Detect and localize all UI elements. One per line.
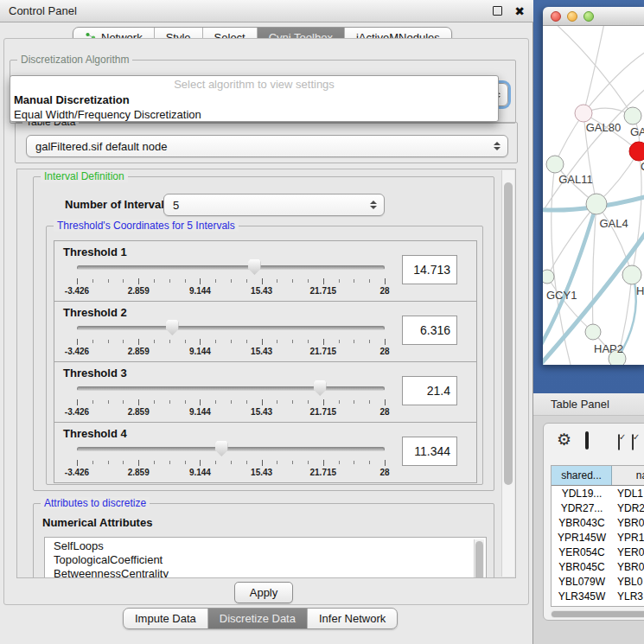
scrollbar-thumb[interactable] <box>504 182 513 485</box>
threshold-2-slider[interactable]: -3.4262.8599.14415.4321.71528 <box>77 319 385 359</box>
slider-track[interactable] <box>77 447 385 451</box>
control-panel: Control Panel ✖ Network Style Select Cyn… <box>0 0 533 644</box>
threshold-4-value-field[interactable]: 11.344 <box>402 437 457 466</box>
table-row[interactable]: YER054CYER0 <box>552 545 644 559</box>
slider-tick-labels: -3.4262.8599.14415.4321.71528 <box>77 347 385 357</box>
table-data-group: Table Data galFiltered.sif default node <box>15 122 518 163</box>
scrollbar-thumb[interactable] <box>475 541 483 578</box>
close-icon[interactable]: ✖ <box>514 5 525 17</box>
table-row[interactable]: YDR27...YDR2 <box>552 501 644 515</box>
table-row[interactable]: YBR045CYBR0 <box>552 559 644 574</box>
slider-ticks <box>77 339 385 345</box>
node-attribute-table[interactable]: shared... na YDL19...YDL1YDR27...YDR2YBR… <box>551 465 644 607</box>
table-cell[interactable]: YLR3 <box>612 589 644 603</box>
threshold-4-slider[interactable]: -3.4262.8599.14415.4321.71528 <box>77 440 385 480</box>
number-of-intervals-combobox[interactable]: 5 <box>163 194 385 216</box>
slider-tick-labels: -3.4262.8599.14415.4321.71528 <box>77 407 385 418</box>
gear-icon[interactable]: ⚙ <box>557 431 571 448</box>
dropdown-option-equal-width[interactable]: Equal Width/Frequency Discretization <box>10 107 498 122</box>
table-cell[interactable]: YBR0 <box>612 515 644 530</box>
table-cell[interactable]: YDR2 <box>612 501 644 515</box>
threshold-1-label: Threshold 1 <box>63 245 127 258</box>
slider-track[interactable] <box>77 386 385 391</box>
minimize-traffic-light-icon[interactable] <box>567 11 577 22</box>
column-header-name[interactable]: na <box>612 466 644 485</box>
threshold-1-value-field[interactable]: 14.713 <box>402 255 457 284</box>
slider-tick-label: -3.426 <box>65 347 89 356</box>
numerical-attributes-list[interactable]: SelfLoopsTopologicalCoefficientBetweenne… <box>44 537 487 578</box>
table-row[interactable]: YBR043CYBR0 <box>552 515 644 530</box>
threshold-2-value-field[interactable]: 6.316 <box>402 316 457 345</box>
slider-tick <box>108 279 109 283</box>
close-traffic-light-icon[interactable] <box>551 11 561 22</box>
table-cell[interactable]: YIL052C <box>552 603 612 607</box>
tab-infer-network[interactable]: Infer Network <box>308 609 397 628</box>
slider-tick-label: 21.715 <box>310 407 337 417</box>
table-cell[interactable]: YBL079W <box>552 574 612 589</box>
slider-thumb[interactable] <box>248 259 261 275</box>
table-cell[interactable]: YER054C <box>552 545 612 559</box>
attribute-list-item[interactable]: TopologicalCoefficient <box>54 553 486 567</box>
network-view-window[interactable]: GAL80 GA GAL11 GAL4 GCY1 H HAP2 C <box>543 7 644 365</box>
node-gcy1[interactable] <box>543 270 554 284</box>
table-cell[interactable]: YBR0 <box>612 559 644 574</box>
column-header-shared-name[interactable]: shared... <box>552 466 612 485</box>
network-canvas[interactable]: GAL80 GA GAL11 GAL4 GCY1 H HAP2 C <box>543 26 644 365</box>
slider-tick <box>246 340 247 343</box>
attributes-list-scrollbar[interactable] <box>474 539 484 578</box>
node-hap2[interactable] <box>585 324 601 340</box>
threshold-3-value-field[interactable]: 21.4 <box>402 376 457 405</box>
table-horizontal-scrollbar[interactable] <box>551 610 644 618</box>
slider-tick <box>385 399 386 405</box>
table-row[interactable]: YBL079WYBL0 <box>552 574 644 589</box>
split-panel-icon[interactable] <box>585 431 589 450</box>
table-data-combobox[interactable]: galFiltered.sif default node <box>26 135 508 157</box>
slider-tick <box>92 340 93 343</box>
node-green[interactable] <box>622 265 641 284</box>
slider-track[interactable] <box>77 326 385 330</box>
table-cell[interactable]: YBR045C <box>552 559 612 574</box>
select-column-checkbox-icon[interactable] <box>632 434 634 450</box>
select-column-checkbox-icon[interactable] <box>618 434 620 450</box>
table-cell[interactable]: YDL19... <box>552 486 612 501</box>
table-cell[interactable]: YPR145W <box>552 530 612 545</box>
table-row[interactable]: YLR345WYLR3 <box>552 589 644 603</box>
tab-impute-data[interactable]: Impute Data <box>124 609 208 628</box>
slider-thumb[interactable] <box>215 441 228 456</box>
slider-tick <box>231 400 232 404</box>
node-red-selected[interactable] <box>629 142 644 161</box>
table-row[interactable]: YDL19...YDL1 <box>552 486 644 501</box>
attribute-list-item[interactable]: BetweennessCentrality <box>54 567 486 578</box>
table-row[interactable]: YPR145WYPR1 <box>552 530 644 545</box>
slider-thumb[interactable] <box>166 320 179 335</box>
dropdown-option-manual[interactable]: Manual Discretization <box>10 92 498 107</box>
table-cell[interactable]: YDL1 <box>612 486 644 501</box>
attribute-list-item[interactable]: SelfLoops <box>54 539 486 553</box>
table-cell[interactable]: YLR345W <box>552 589 612 603</box>
tab-discretize-data[interactable]: Discretize Data <box>208 609 308 628</box>
table-panel-title: Table Panel <box>551 398 609 411</box>
table-header-row: shared... na <box>552 466 644 486</box>
node-gal80[interactable] <box>575 105 592 122</box>
apply-button[interactable]: Apply <box>234 582 293 603</box>
table-cell[interactable]: YPR1 <box>612 530 644 545</box>
zoom-traffic-light-icon[interactable] <box>583 11 594 22</box>
table-cell[interactable]: YBL0 <box>612 574 644 589</box>
scrollbar-thumb[interactable] <box>552 611 644 617</box>
slider-thumb[interactable] <box>314 380 327 396</box>
threshold-1-slider[interactable]: -3.4262.8599.14415.4321.71528 <box>77 258 385 298</box>
node-green[interactable] <box>624 107 641 124</box>
table-cell[interactable]: YIL0 <box>612 603 644 607</box>
threshold-3-slider[interactable]: -3.4262.8599.14415.4321.71528 <box>77 379 385 419</box>
slider-tick-label: 2.859 <box>128 407 150 417</box>
node-gal11[interactable] <box>546 156 564 173</box>
slider-track[interactable] <box>77 265 385 270</box>
float-window-icon[interactable] <box>493 6 502 16</box>
table-cell[interactable]: YBR043C <box>552 515 612 530</box>
table-cell[interactable]: YER0 <box>612 545 644 559</box>
table-cell[interactable]: YDR27... <box>552 501 612 515</box>
slider-tick <box>169 461 170 464</box>
table-row[interactable]: YIL052CYIL0 <box>552 603 644 607</box>
node-gal4[interactable] <box>586 194 607 214</box>
settings-vertical-scrollbar[interactable] <box>501 170 514 577</box>
